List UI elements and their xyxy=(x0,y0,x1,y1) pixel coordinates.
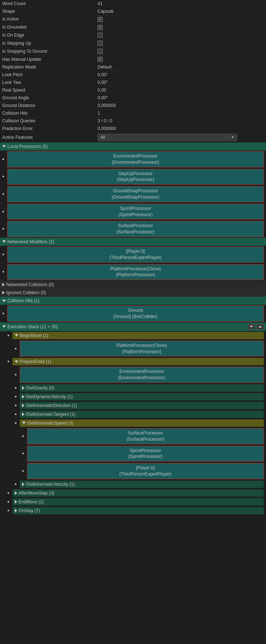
property-label-1: Shape xyxy=(0,8,95,15)
property-row-15: Collision Queries3 / 0 / 0 xyxy=(0,117,266,125)
triangle-down-icon2 xyxy=(2,240,6,243)
iset-dyn-velocity-label: ISetDynamicVelocity (1) xyxy=(26,394,73,399)
networked-collisions-header[interactable]: Networked Collisions (0) xyxy=(0,281,266,289)
local-proc-item-row-2: •GroundSnapProcessor(GroundSnapProcessor… xyxy=(0,185,266,203)
env-proc-row: • EnvironmentProcessor (EnvironmentProce… xyxy=(0,366,266,384)
property-row-7: Has Manual Update xyxy=(0,55,266,63)
property-label-13: Ground Distance xyxy=(0,101,95,109)
bullet-icon4: • xyxy=(15,371,17,378)
property-value-10: 0,00° xyxy=(95,78,266,86)
local-processors-header[interactable]: Local Processors (5) xyxy=(0,143,266,151)
property-label-5: Is Stepping Up xyxy=(0,39,95,47)
local-proc-item-3[interactable]: SprintProcessor(SprintProcessor) xyxy=(7,204,264,220)
networked-mod-item-0[interactable]: [Player:0](ThirdPersonExpertPlayer) xyxy=(7,247,264,263)
collision-hits-label: Collision Hits (1) xyxy=(7,298,39,303)
bullet-icon5: • xyxy=(15,385,17,391)
exec-buttons xyxy=(248,324,264,330)
sprint-proc-item[interactable]: SprintProcessor (SprintProcessor) xyxy=(27,446,264,462)
property-row-13: Ground Distance0,000000 xyxy=(0,101,266,109)
after-move-step-header[interactable]: AfterMoveStep (3) xyxy=(12,489,264,497)
property-row-14: Collision Hits1 xyxy=(0,109,266,117)
platform-processor-clone-item[interactable]: PlatformProcessor(Clone) (PlatformProces… xyxy=(20,341,264,357)
property-value-6 xyxy=(95,47,266,55)
property-row-9: Look Pitch0,00° xyxy=(0,71,266,78)
on-stay-triangle xyxy=(15,509,17,512)
property-row-6: Is Snapping To Ground xyxy=(0,47,266,55)
bullet-icon8: • xyxy=(15,411,17,418)
iset-kin-direction-header[interactable]: ISetKinematicDirection (1) xyxy=(20,402,264,409)
exec-down-icon xyxy=(249,326,253,327)
bullet-icon12: • xyxy=(22,468,24,474)
end-move-header[interactable]: EndMove (1) xyxy=(12,498,264,506)
networked-mod-item-row-0: •[Player:0](ThirdPersonExpertPlayer) xyxy=(0,246,266,263)
networked-modifiers-header[interactable]: Networked Modifiers (2) xyxy=(0,238,266,246)
networked-mod-item-row-1: •PlatformProcessor(Clone)(PlatformProces… xyxy=(0,263,266,281)
on-stay-row: • OnStay (7) xyxy=(0,506,266,515)
checkbox-checked-7[interactable] xyxy=(98,57,103,62)
property-value-0: 41 xyxy=(95,0,266,8)
property-row-0: Word Count41 xyxy=(0,0,266,8)
iset-gravity-header[interactable]: ISetGravity (0) xyxy=(20,384,264,392)
local-proc-item-1[interactable]: StepUpProcessor(StepUpProcessor) xyxy=(7,169,264,185)
on-stay-header[interactable]: OnStay (7) xyxy=(12,507,264,514)
checkbox-unchecked-5[interactable] xyxy=(98,41,103,46)
local-proc-item-2[interactable]: GroundSnapProcessor(GroundSnapProcessor) xyxy=(7,186,264,202)
property-value-2 xyxy=(95,15,266,23)
player0-item[interactable]: [Player:0] (ThirdPersonExpertPlayer) xyxy=(27,463,264,479)
networked-mod-item-1[interactable]: PlatformProcessor(Clone)(PlatformProcess… xyxy=(7,264,264,280)
iset-kin-velocity-header[interactable]: ISetKinematicVelocity (1) xyxy=(20,481,264,488)
after-move-step-row: • AfterMoveStep (3) xyxy=(0,489,266,497)
iset-gravity-triangle xyxy=(22,386,25,390)
begin-move-header[interactable]: BeginMove (1) xyxy=(12,332,264,339)
property-value-13: 0,000000 xyxy=(95,101,266,109)
platform-proc-clone-line2: (PlatformProcessor) xyxy=(22,349,261,355)
exec-down-button[interactable] xyxy=(248,324,255,330)
iset-kin-direction-row: • ISetKinematicDirection (1) xyxy=(0,401,266,410)
collision-hit-item-row-0: •Ground[Ground] (BoxCollider) xyxy=(0,305,266,322)
local-proc-item-0[interactable]: EnvironmentProcessor(EnvironmentProcesso… xyxy=(7,151,264,167)
property-value-12: 0,00° xyxy=(95,94,266,101)
ignored-colliders-header[interactable]: Ignored Colliders (0) xyxy=(0,289,266,297)
property-label-10: Look Yaw xyxy=(0,78,95,86)
iset-kin-speed-header[interactable]: ISetKinematicSpeed (3) xyxy=(20,419,264,427)
dropdown-17[interactable]: All▼ xyxy=(98,134,237,141)
execution-stack-header[interactable]: Execution Stack (11 + 20) xyxy=(0,322,266,331)
env-proc-item[interactable]: EnvironmentProcessor (EnvironmentProcess… xyxy=(20,367,264,383)
collision-hits-header[interactable]: Collision Hits (1) xyxy=(0,297,266,305)
bullet-icon11: • xyxy=(22,450,24,457)
iset-dyn-velocity-triangle xyxy=(22,395,25,399)
begin-move-triangle xyxy=(15,334,18,337)
local-proc-item-4[interactable]: SurfaceProcessor(SurfaceProcessor) xyxy=(7,221,264,237)
property-label-11: Real Speed xyxy=(0,86,95,94)
surface-proc-item[interactable]: SurfaceProcessor (SurfaceProcessor) xyxy=(27,428,264,444)
bullet-icon2: • xyxy=(15,345,17,352)
exec-up-icon xyxy=(258,326,262,327)
prepare-data-header[interactable]: PrepareData (1) xyxy=(12,358,264,365)
iset-kin-tangent-header[interactable]: ISetKinematicTangent (1) xyxy=(20,411,264,418)
lp-bullet-3: • xyxy=(2,208,4,215)
lp-bullet-4: • xyxy=(2,226,4,232)
property-value-17[interactable]: All▼ xyxy=(95,132,266,142)
property-row-10: Look Yaw0,00° xyxy=(0,78,266,86)
property-value-1: Capsule xyxy=(95,8,266,15)
iset-kin-velocity-label: ISetKinematicVelocity (1) xyxy=(26,482,75,487)
property-label-12: Ground Angle xyxy=(0,94,95,101)
checkbox-unchecked-6[interactable] xyxy=(98,49,103,54)
exec-up-button[interactable] xyxy=(256,324,264,330)
checkbox-unchecked-4[interactable] xyxy=(98,33,103,38)
property-value-14: 1 xyxy=(95,109,266,117)
checkbox-checked-2[interactable] xyxy=(98,17,103,22)
checkbox-checked-3[interactable] xyxy=(98,25,103,30)
player0-row: • [Player:0] (ThirdPersonExpertPlayer) xyxy=(0,462,266,480)
property-value-7 xyxy=(95,55,266,63)
property-row-17: Active FeaturesAll▼ xyxy=(0,132,266,142)
sprint-proc-line2: (SprintProcessor) xyxy=(30,454,261,460)
collision-hit-item-0[interactable]: Ground[Ground] (BoxCollider) xyxy=(7,306,264,322)
prepare-data-row: • PrepareData (1) xyxy=(0,357,266,366)
iset-kin-tangent-triangle xyxy=(22,412,25,416)
property-label-4: Is On Edge xyxy=(0,31,95,39)
surface-proc-line1: SurfaceProcessor xyxy=(30,430,261,436)
iset-dyn-velocity-header[interactable]: ISetDynamicVelocity (1) xyxy=(20,393,264,400)
property-row-8: Replication ModeDefault xyxy=(0,63,266,71)
local-processors-list: •EnvironmentProcessor(EnvironmentProcess… xyxy=(0,151,266,238)
